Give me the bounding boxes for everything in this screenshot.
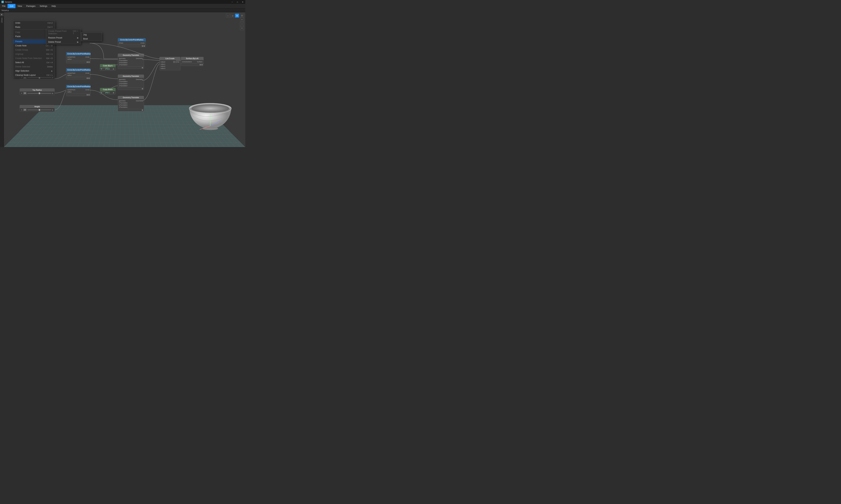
slider-top-left-arrow[interactable]: ▼ [21, 92, 22, 94]
node-circle1[interactable]: Circle.ByCenterPointRadius centerPoint C… [66, 52, 90, 64]
node-surface-byloft[interactable]: Surface.ByLoft crossSections Surface [181, 57, 204, 66]
presets-submenu: Create Preset From Selection : Ctrl + T … [46, 29, 81, 44]
node-circle-top[interactable]: Circle.ByCenterPointRadius rPoint Circle [118, 38, 146, 47]
node-list-create[interactable]: List.Create index0 + - list index1 index… [159, 57, 181, 70]
node-circle2-footer [66, 77, 90, 79]
menu-edit[interactable]: Edit [7, 4, 15, 8]
node-circle1-header: Circle.ByCenterPointRadius [66, 52, 90, 55]
node-geo-translate2[interactable]: Geometry.Translate geometry Geometry xTr… [118, 75, 144, 90]
canvas-area[interactable]: ⌂ ◫ ⊞ ⊡ + − + [4, 12, 245, 147]
slider-height-track[interactable] [27, 110, 52, 110]
preset-delete[interactable]: Delete Preset ▶ [46, 40, 81, 44]
node-code-block1[interactable]: Code Block x x*0.3; ▶ [100, 64, 116, 71]
slider-top-radius[interactable]: Top Radius ▼ 10 ▶ [20, 88, 55, 95]
slider-top-right: ▶ [52, 92, 53, 94]
slider-height-value[interactable]: 10 [23, 109, 27, 111]
node-surface-byloft-header: Surface.ByLoft [181, 57, 203, 60]
main-area: ▶ Library ⌂ ◫ ⊞ ⊡ + − + [0, 12, 245, 147]
slider-top-thumb[interactable] [39, 92, 40, 94]
camera-button[interactable]: ◫ [230, 14, 235, 18]
node-geo-translate2-footer [118, 88, 144, 90]
menu-ungroup: Ungroup Ctrl + U [13, 52, 55, 56]
home-view-button[interactable]: ⌂ [226, 14, 230, 18]
menu-delete-selected: Delete Selected Delete [13, 65, 55, 69]
zoom-custom-button[interactable]: + [240, 26, 244, 30]
slider-top-radius-body: ▼ 10 ▶ [20, 91, 54, 95]
node-circle-top-body: rPoint Circle [118, 41, 145, 45]
menu-packages[interactable]: Packages [24, 4, 38, 8]
slider-height[interactable]: Height ▼ 10 ▶ [20, 105, 55, 112]
node-list-create-header: List.Create [160, 57, 180, 60]
node-circle3[interactable]: Circle.ByCenterPointRadius centerPoint C… [66, 85, 90, 96]
right-controls: ⊡ + − + [240, 14, 244, 30]
code-block2-body[interactable]: x x*0.7; ▶ [100, 91, 116, 94]
node-circle1-footer [66, 61, 90, 63]
bowl-3d-preview [186, 94, 235, 133]
left-sidebar: ▶ Library [0, 12, 4, 147]
slider-top-track[interactable] [27, 93, 52, 94]
menu-file[interactable]: File [0, 4, 7, 8]
zoom-in-button[interactable]: + [240, 18, 244, 22]
slider-height-right: ▶ [52, 109, 53, 111]
node-geo-translate1-header: Geometry.Translate [118, 54, 144, 57]
close-button[interactable]: ✕ [240, 0, 245, 4]
restore-jug[interactable]: Jug [81, 33, 102, 37]
node-circle-top-header: Circle.ByCenterPointRadius [118, 38, 145, 41]
menu-redo[interactable]: Redo Ctrl+Y [13, 25, 55, 29]
slider-top-radius-header: Top Radius [20, 89, 54, 91]
menu-bar: File Edit View Packages Settings Help [0, 4, 245, 8]
port-circle-out: Circle [140, 42, 144, 44]
node-geo-translate1[interactable]: Geometry.Translate geometry Geometry xTr… [118, 54, 144, 69]
zoom-out-button[interactable]: − [240, 22, 244, 26]
menu-undo[interactable]: Undo Ctrl+Z [13, 21, 55, 25]
node-circle2[interactable]: Circle.ByCenterPointRadius centerPoint C… [66, 68, 90, 79]
node-geo-translate3-header: Geometry.Translate [118, 96, 144, 99]
view-icons: ⌂ ◫ ⊞ [226, 14, 239, 18]
menu-settings[interactable]: Settings [38, 4, 49, 8]
minimize-button[interactable]: ─ [229, 0, 235, 4]
svg-point-1 [191, 104, 229, 113]
node-circle2-body: centerPoint Circle radius [66, 71, 90, 77]
node-geo-translate1-footer [118, 67, 144, 69]
node-code-block2[interactable]: Code Block x x*0.7; ▶ [100, 88, 116, 94]
node-circle2-header: Circle.ByCenterPointRadius [66, 68, 90, 71]
slider-top-value[interactable]: 10 [23, 92, 27, 94]
menu-cleanup-node-layout[interactable]: Cleanup Node Layout Ctrl + L [13, 73, 55, 77]
node-geo-translate1-body: geometry Geometry xTranslation yTranslat… [118, 57, 144, 67]
menu-select-all[interactable]: Select All Ctrl + A [13, 60, 55, 65]
svg-point-3 [202, 127, 218, 130]
app-title: Dynamo [5, 1, 12, 3]
restore-preset-submenu: Jug Bowl [81, 32, 102, 41]
menu-create-node-from-selection: Create Node From Selection Ctrl + D [13, 56, 55, 60]
grid-view-button[interactable]: ⊞ [235, 14, 239, 18]
menu-create-group: Create Group Ctrl + G [13, 48, 55, 52]
port-centerpoint: rPoint [119, 42, 123, 44]
code-block1-body[interactable]: x x*0.3; ▶ [100, 67, 116, 71]
slider-height-thumb[interactable] [39, 109, 40, 111]
code-block2-header: Code Block [100, 88, 116, 91]
maximize-button[interactable]: □ [235, 0, 240, 4]
slider-height-header: Height [20, 105, 54, 108]
menu-align-selection[interactable]: Align Selection ▶ [13, 69, 55, 73]
restore-bowl[interactable]: Bowl [81, 37, 102, 41]
slider-height-left-arrow[interactable]: ▼ [21, 109, 22, 111]
bowl-svg [186, 94, 235, 133]
sidebar-toggle[interactable]: ▶ [0, 13, 3, 16]
node-surface-byloft-body: crossSections Surface [181, 60, 203, 64]
node-geo-translate2-header: Geometry.Translate [118, 75, 144, 78]
node-geo-translate3-footer [118, 109, 144, 111]
zoom-fit-button[interactable]: ⊡ [240, 14, 244, 18]
window-controls: ─ □ ✕ [229, 0, 245, 4]
node-geo-translate3[interactable]: Geometry.Translate geometry Geometry xTr… [118, 96, 144, 111]
menu-help[interactable]: Help [49, 4, 58, 8]
menu-view[interactable]: View [15, 4, 24, 8]
node-list-create-body: index0 + - list index1 index2 index3 [160, 60, 180, 70]
preset-restore[interactable]: Restore Preset ▶ [46, 36, 81, 40]
code-block1-header: Code Block [100, 64, 116, 67]
node-circle-top-footer [118, 45, 145, 47]
preset-create: Create Preset From Selection : Ctrl + T [46, 29, 81, 36]
project-title: Vessel-p [1, 9, 9, 11]
node-surface-byloft-footer [181, 64, 203, 66]
sub-title: Vessel-p [0, 8, 245, 12]
slider-height-body: ▼ 10 ▶ [20, 108, 54, 111]
